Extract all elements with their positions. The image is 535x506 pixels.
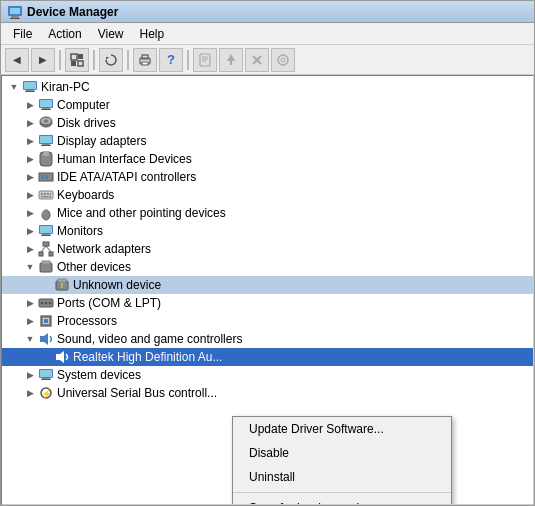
toolbar-separator-4 [187,50,189,70]
tree-item-hid[interactable]: ▶ Human Interface Devices [2,150,533,168]
forward-button[interactable]: ▶ [31,48,55,72]
expand-keyboards[interactable]: ▶ [22,187,38,203]
svg-rect-53 [42,234,50,235]
tree-item-ports[interactable]: ▶ Ports (COM & LPT) [2,294,533,312]
update-driver-button[interactable] [219,48,243,72]
context-uninstall[interactable]: Uninstall [233,465,451,489]
expand-display[interactable]: ▶ [22,133,38,149]
svg-rect-17 [230,61,232,65]
sound-icon [38,331,54,347]
svg-rect-23 [24,82,36,89]
expand-realtek[interactable] [38,349,54,365]
svg-rect-6 [71,61,76,66]
svg-rect-35 [42,144,50,145]
svg-point-20 [278,55,288,65]
title-bar: Device Manager [1,1,534,23]
expand-sound[interactable]: ▼ [22,331,38,347]
expand-usb[interactable]: ▶ [22,385,38,401]
network-label: Network adapters [57,240,151,258]
svg-rect-36 [41,145,51,146]
svg-point-68 [49,302,52,305]
svg-rect-47 [41,196,43,198]
expand-computer[interactable]: ▶ [22,97,38,113]
context-update-driver[interactable]: Update Driver Software... [233,417,451,441]
root-label: Kiran-PC [41,78,90,96]
uninstall-button[interactable] [245,48,269,72]
show-hide-button[interactable] [65,48,89,72]
svg-rect-44 [44,193,46,195]
ide-icon [38,169,54,185]
expand-processors[interactable]: ▶ [22,313,38,329]
tree-item-other-devices[interactable]: ▼ Other devices [2,258,533,276]
computer-icon-2 [38,97,54,113]
tree-item-display[interactable]: ▶ Display adapters [2,132,533,150]
expand-network[interactable]: ▶ [22,241,38,257]
properties-button[interactable] [193,48,217,72]
tree-item-root[interactable]: ▼ Kiran-PC [2,78,533,96]
svg-rect-46 [50,193,51,195]
sound-label: Sound, video and game controllers [57,330,242,348]
unknown-device-icon: ! [54,277,70,293]
display-icon [38,133,54,149]
computer-icon [22,79,38,95]
window-icon [7,4,23,20]
expand-disk[interactable]: ▶ [22,115,38,131]
tree-item-processors[interactable]: ▶ Processors [2,312,533,330]
svg-marker-73 [56,351,64,363]
display-label: Display adapters [57,132,146,150]
expand-hid[interactable]: ▶ [22,151,38,167]
print-button[interactable] [133,48,157,72]
unknown-device-label: Unknown device [73,276,161,294]
svg-rect-29 [41,109,51,110]
tree-item-mice[interactable]: ▶ Mice and other pointing devices [2,204,533,222]
svg-rect-56 [39,252,43,256]
help-button[interactable]: ? [159,48,183,72]
menu-view[interactable]: View [90,25,132,43]
svg-rect-12 [200,54,210,66]
tree-item-computer[interactable]: ▶ Computer [2,96,533,114]
expand-mice[interactable]: ▶ [22,205,38,221]
tree-item-monitors[interactable]: ▶ Monitors [2,222,533,240]
realtek-icon [54,349,70,365]
svg-rect-49 [49,196,51,198]
svg-marker-16 [227,54,235,61]
expand-system[interactable]: ▶ [22,367,38,383]
svg-rect-43 [41,193,43,195]
tree-item-keyboards[interactable]: ▶ Keyboards [2,186,533,204]
tree-item-ide[interactable]: ▶ IDE ATA/ATAPI controllers [2,168,533,186]
tree-item-usb[interactable]: ▶ ⚡ Universal Serial Bus controll... [2,384,533,402]
context-disable[interactable]: Disable [233,441,451,465]
context-separator-1 [233,492,451,493]
expand-ports[interactable]: ▶ [22,295,38,311]
expand-root[interactable]: ▼ [6,79,22,95]
tree-item-network[interactable]: ▶ Network adapters [2,240,533,258]
processors-label: Processors [57,312,117,330]
expand-monitors[interactable]: ▶ [22,223,38,239]
expand-other[interactable]: ▼ [22,259,38,275]
svg-rect-71 [44,319,48,323]
tree-item-system[interactable]: ▶ System devices [2,366,533,384]
svg-rect-25 [25,91,35,92]
svg-rect-77 [41,379,51,380]
expand-unknown[interactable] [38,277,54,293]
expand-ide[interactable]: ▶ [22,169,38,185]
menu-file[interactable]: File [5,25,40,43]
context-menu: Update Driver Software... Disable Uninst… [232,416,452,505]
tree-item-disk-drives[interactable]: ▶ Disk drives [2,114,533,132]
other-devices-icon [38,259,54,275]
menu-action[interactable]: Action [40,25,89,43]
toolbar-separator-1 [59,50,61,70]
tree-item-unknown-device[interactable]: ! Unknown device [2,276,533,294]
svg-rect-34 [40,136,52,143]
tree-item-realtek[interactable]: Realtek High Definition Au... [2,348,533,366]
context-scan[interactable]: Scan for hardware changes [233,496,451,505]
disk-drives-label: Disk drives [57,114,116,132]
refresh-button[interactable] [99,48,123,72]
tree-item-sound[interactable]: ▼ Sound, video and game controllers [2,330,533,348]
scan-button[interactable] [271,48,295,72]
computer-label: Computer [57,96,110,114]
svg-rect-3 [10,18,20,19]
menu-help[interactable]: Help [132,25,173,43]
svg-rect-75 [40,370,52,377]
back-button[interactable]: ◀ [5,48,29,72]
